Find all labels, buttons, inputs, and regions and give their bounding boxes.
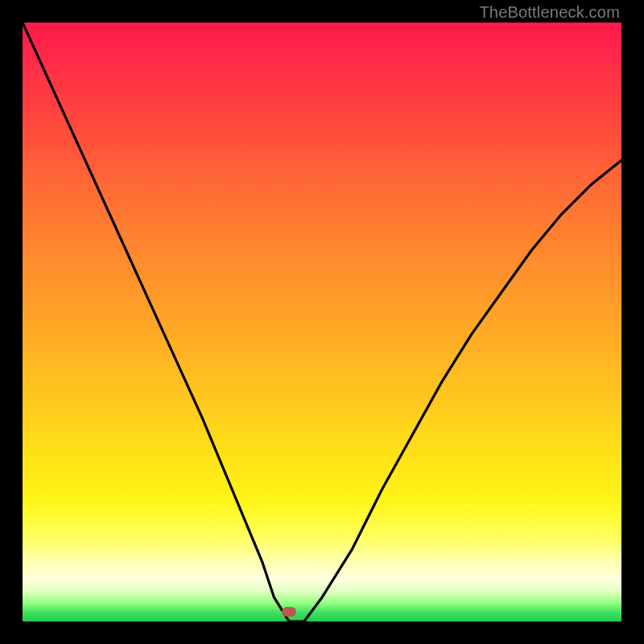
- bottleneck-curve: [23, 23, 621, 621]
- watermark-text: TheBottleneck.com: [479, 3, 620, 22]
- chart-frame: TheBottleneck.com: [0, 0, 644, 644]
- optimal-point-marker: [282, 607, 296, 617]
- plot-area: [23, 23, 621, 621]
